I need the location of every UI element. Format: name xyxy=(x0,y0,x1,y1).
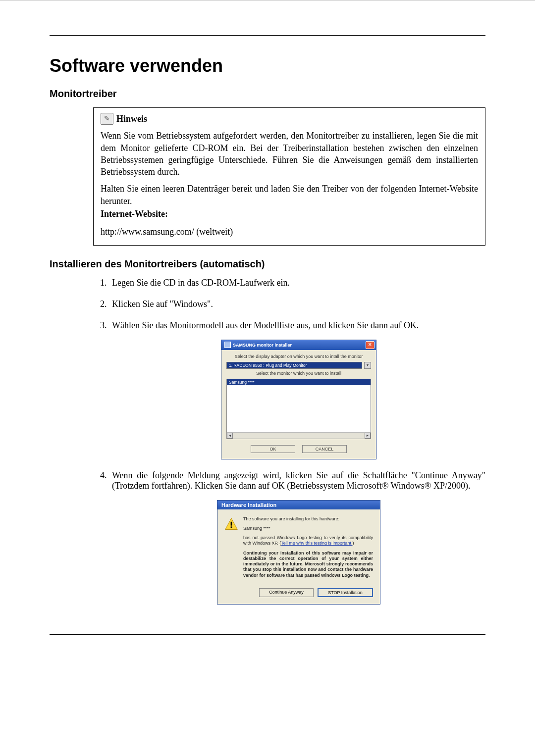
stop-installation-button[interactable]: STOP Installation xyxy=(318,588,373,597)
svg-rect-1 xyxy=(231,521,232,525)
section-install-auto: Installieren des Monitortreibers (automa… xyxy=(50,258,485,270)
scroll-right-icon[interactable]: ► xyxy=(365,433,371,439)
samsung-instruction-2: Select the monitor which you want to ins… xyxy=(226,371,371,376)
page-title: Software verwenden xyxy=(50,55,485,76)
cancel-button[interactable]: CANCEL xyxy=(302,445,347,453)
section-monitor-driver: Monitortreiber xyxy=(50,88,485,100)
horizontal-scrollbar[interactable]: ◄ ► xyxy=(227,432,371,439)
internet-website-label: Internet-Website: xyxy=(101,208,478,220)
continue-anyway-button[interactable]: Continue Anyway xyxy=(259,588,314,597)
note-paragraph-1: Wenn Sie vom Betriebssystem aufgefordert… xyxy=(101,130,478,178)
internet-website-url: http://www.samsung.com/ (weltweit) xyxy=(101,226,478,238)
samsung-installer-dialog: SAMSUNG monitor installer ✕ Select the d… xyxy=(221,340,376,459)
note-icon: ✎ xyxy=(101,113,113,125)
step-3: Wählen Sie das Monitormodell aus der Mod… xyxy=(109,320,485,459)
monitor-model-list[interactable]: Samsung **** ◄ ► xyxy=(226,379,371,439)
scroll-left-icon[interactable]: ◄ xyxy=(227,433,233,439)
display-adapter-select[interactable]: 1. RADEON 9550 : Plug and Play Monitor xyxy=(226,362,362,369)
step-4: Wenn die folgende Meldung angezeigt wird… xyxy=(109,470,485,605)
note-box: ✎ Hinweis Wenn Sie vom Betriebssystem au… xyxy=(93,107,485,246)
samsung-instruction-1: Select the display adapter on which you … xyxy=(226,354,371,359)
samsung-app-icon xyxy=(224,342,231,348)
hw-line-2: has not passed Windows Logo testing to v… xyxy=(243,535,373,547)
hardware-installation-dialog: Hardware Installation The software you a… xyxy=(217,500,380,605)
close-icon[interactable]: ✕ xyxy=(366,341,374,349)
step-3-text: Wählen Sie das Monitormodell aus der Mod… xyxy=(112,320,419,330)
hw-warning-bold: Continuing your installation of this sof… xyxy=(243,551,373,578)
hw-line-1: The software you are installing for this… xyxy=(243,516,373,522)
hw-dialog-title: Hardware Installation xyxy=(217,501,380,509)
warning-icon xyxy=(224,517,238,531)
svg-rect-2 xyxy=(231,526,232,528)
samsung-dialog-title: SAMSUNG monitor installer xyxy=(233,343,292,348)
step-4-text: Wenn die folgende Meldung angezeigt wird… xyxy=(112,470,485,491)
chevron-down-icon[interactable]: ▼ xyxy=(364,362,371,369)
hw-hardware-name: Samsung **** xyxy=(243,526,373,531)
samsung-titlebar: SAMSUNG monitor installer ✕ xyxy=(221,340,376,350)
step-1: Legen Sie die CD in das CD-ROM-Laufwerk … xyxy=(109,278,485,288)
ok-button[interactable]: OK xyxy=(251,445,295,453)
bottom-rule xyxy=(50,634,485,635)
step-2: Klicken Sie auf "Windows". xyxy=(109,299,485,309)
note-paragraph-2: Halten Sie einen leeren Datenträger bere… xyxy=(101,183,478,207)
top-rule xyxy=(50,35,485,36)
tell-me-why-link[interactable]: Tell me why this testing is important. xyxy=(281,541,352,546)
monitor-list-item-selected[interactable]: Samsung **** xyxy=(227,379,371,385)
note-title: Hinweis xyxy=(116,113,147,125)
